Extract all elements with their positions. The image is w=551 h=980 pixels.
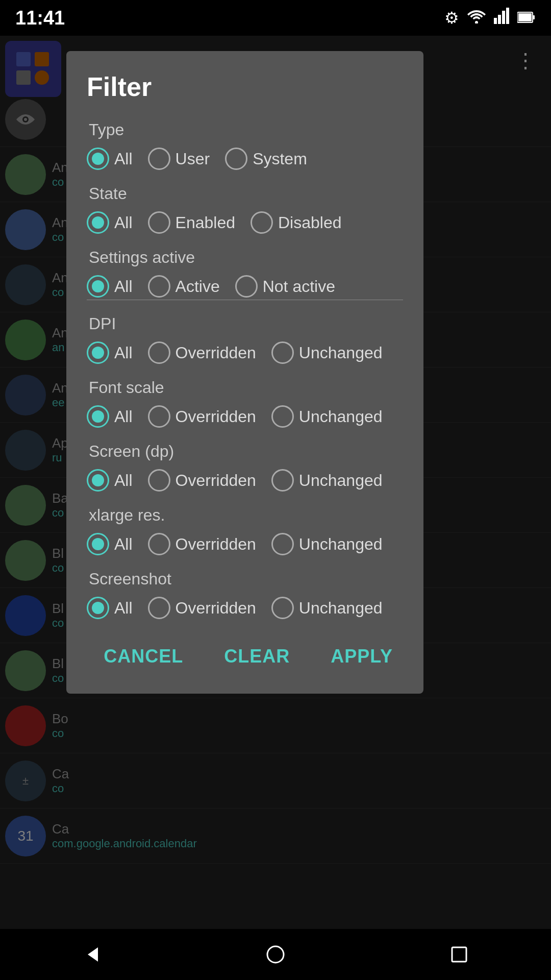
state-disabled-option[interactable]: Disabled	[251, 211, 342, 234]
svg-rect-6	[518, 13, 532, 21]
dpi-overridden-option[interactable]: Overridden	[148, 341, 256, 364]
settings-active-radio-group: All Active Not active	[87, 275, 403, 298]
settings-active-all-option[interactable]: All	[87, 275, 133, 298]
nav-bar	[0, 929, 551, 980]
type-user-radio[interactable]	[148, 148, 170, 170]
type-all-radio[interactable]	[87, 148, 109, 170]
xlarge-res-overridden-option[interactable]: Overridden	[148, 533, 256, 555]
svg-rect-4	[506, 8, 509, 24]
type-system-radio[interactable]	[225, 148, 247, 170]
xlarge-res-all-label: All	[114, 535, 133, 554]
dialog-title: Filter	[87, 71, 403, 102]
filter-dialog: Filter Type All User System State	[66, 51, 423, 694]
font-scale-unchanged-label: Unchanged	[299, 407, 383, 426]
xlarge-res-unchanged-option[interactable]: Unchanged	[271, 533, 383, 555]
state-all-radio[interactable]	[87, 211, 109, 234]
dpi-radio-group: All Overridden Unchanged	[87, 341, 403, 364]
screen-dp-unchanged-option[interactable]: Unchanged	[271, 469, 383, 492]
settings-active-notactive-radio[interactable]	[235, 275, 258, 298]
dpi-all-label: All	[114, 344, 133, 362]
state-enabled-option[interactable]: Enabled	[148, 211, 235, 234]
dialog-buttons: CANCEL CLEAR APPLY	[87, 638, 403, 675]
state-section: State All Enabled Disabled	[87, 184, 403, 234]
screen-dp-overridden-option[interactable]: Overridden	[148, 469, 256, 492]
xlarge-res-section: xlarge res. All Overridden Unchanged	[87, 506, 403, 555]
state-disabled-radio[interactable]	[251, 211, 273, 234]
screen-dp-all-radio[interactable]	[87, 469, 109, 492]
settings-active-all-radio[interactable]	[87, 275, 109, 298]
settings-active-notactive-option[interactable]: Not active	[235, 275, 335, 298]
dpi-all-option[interactable]: All	[87, 341, 133, 364]
state-enabled-radio[interactable]	[148, 211, 170, 234]
settings-active-active-radio[interactable]	[148, 275, 170, 298]
svg-point-15	[267, 946, 284, 963]
type-user-option[interactable]: User	[148, 148, 210, 170]
screenshot-overridden-radio[interactable]	[148, 597, 170, 619]
battery-icon	[517, 9, 536, 28]
back-button[interactable]	[77, 939, 107, 970]
dpi-unchanged-label: Unchanged	[299, 344, 383, 362]
clear-button[interactable]: CLEAR	[214, 638, 300, 675]
wifi-icon	[467, 9, 486, 28]
svg-rect-1	[494, 18, 497, 24]
screen-dp-unchanged-radio[interactable]	[271, 469, 294, 492]
screen-dp-overridden-radio[interactable]	[148, 469, 170, 492]
apply-button[interactable]: APPLY	[320, 638, 403, 675]
screen-dp-section: Screen (dp) All Overridden Unchanged	[87, 442, 403, 492]
screen-dp-unchanged-label: Unchanged	[299, 471, 383, 490]
screenshot-unchanged-option[interactable]: Unchanged	[271, 597, 383, 619]
screenshot-all-radio[interactable]	[87, 597, 109, 619]
font-scale-label: Font scale	[87, 378, 403, 397]
cancel-button[interactable]: CANCEL	[93, 638, 193, 675]
screenshot-section: Screenshot All Overridden Unchanged	[87, 570, 403, 619]
font-scale-radio-group: All Overridden Unchanged	[87, 405, 403, 428]
xlarge-res-all-radio[interactable]	[87, 533, 109, 555]
font-scale-unchanged-option[interactable]: Unchanged	[271, 405, 383, 428]
dpi-section: DPI All Overridden Unchanged	[87, 314, 403, 364]
status-time: 11:41	[15, 7, 65, 29]
dpi-label: DPI	[87, 314, 403, 333]
xlarge-res-overridden-radio[interactable]	[148, 533, 170, 555]
font-scale-unchanged-radio[interactable]	[271, 405, 294, 428]
divider	[87, 300, 403, 300]
settings-active-active-option[interactable]: Active	[148, 275, 220, 298]
screen-dp-overridden-label: Overridden	[176, 471, 256, 490]
type-all-option[interactable]: All	[87, 148, 133, 170]
dpi-all-radio[interactable]	[87, 341, 109, 364]
recents-button[interactable]	[444, 939, 474, 970]
status-bar: 11:41 ⚙	[0, 0, 551, 36]
xlarge-res-unchanged-radio[interactable]	[271, 533, 294, 555]
svg-rect-16	[452, 947, 466, 962]
xlarge-res-all-option[interactable]: All	[87, 533, 133, 555]
home-button[interactable]	[260, 939, 291, 970]
svg-rect-2	[498, 15, 501, 24]
dpi-unchanged-radio[interactable]	[271, 341, 294, 364]
font-scale-all-option[interactable]: All	[87, 405, 133, 428]
screenshot-overridden-option[interactable]: Overridden	[148, 597, 256, 619]
screenshot-overridden-label: Overridden	[176, 599, 256, 618]
xlarge-res-label: xlarge res.	[87, 506, 403, 525]
svg-point-0	[475, 21, 478, 23]
type-label: Type	[87, 120, 403, 139]
dpi-unchanged-option[interactable]: Unchanged	[271, 341, 383, 364]
xlarge-res-unchanged-label: Unchanged	[299, 535, 383, 554]
font-scale-overridden-label: Overridden	[176, 407, 256, 426]
type-system-option[interactable]: System	[225, 148, 307, 170]
settings-active-notactive-label: Not active	[263, 277, 335, 296]
screenshot-unchanged-radio[interactable]	[271, 597, 294, 619]
screenshot-unchanged-label: Unchanged	[299, 599, 383, 618]
type-radio-group: All User System	[87, 148, 403, 170]
state-label: State	[87, 184, 403, 203]
screenshot-all-option[interactable]: All	[87, 597, 133, 619]
screen-dp-all-label: All	[114, 471, 133, 490]
font-scale-overridden-option[interactable]: Overridden	[148, 405, 256, 428]
type-section: Type All User System	[87, 120, 403, 170]
font-scale-section: Font scale All Overridden Unchanged	[87, 378, 403, 428]
font-scale-all-radio[interactable]	[87, 405, 109, 428]
font-scale-overridden-radio[interactable]	[148, 405, 170, 428]
state-disabled-label: Disabled	[278, 213, 342, 232]
state-all-option[interactable]: All	[87, 211, 133, 234]
svg-marker-14	[88, 947, 98, 962]
screen-dp-all-option[interactable]: All	[87, 469, 133, 492]
dpi-overridden-radio[interactable]	[148, 341, 170, 364]
